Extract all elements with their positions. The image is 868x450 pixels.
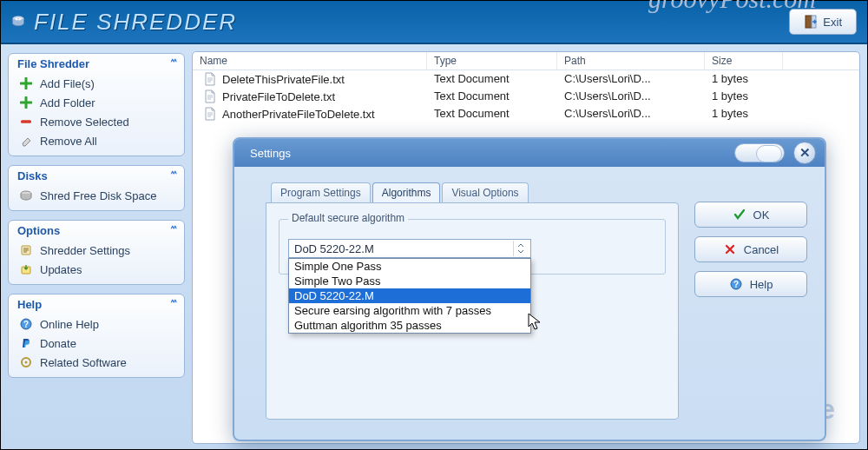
sidebar-item-add-folder[interactable]: Add Folder [14,93,179,112]
minus-icon [19,115,33,129]
cell-type: Text Document [427,71,557,87]
panel-title: File Shredder [17,57,89,70]
brand: FILE SHREDDER [11,9,237,36]
sidebar-item-label: Shred Free Disk Space [40,189,156,202]
help-label: Help [750,278,773,291]
cancel-button[interactable]: Cancel [694,236,807,262]
collapse-icon[interactable]: ˄˄ [158,299,175,310]
close-icon[interactable]: ✕ [793,142,816,164]
sidebar-item-label: Updates [40,263,82,276]
settings-button-column: OK Cancel ? Help [694,182,807,420]
col-header-name[interactable]: Name [193,52,427,69]
eraser-icon [19,134,33,148]
x-icon [723,242,737,256]
col-header-size[interactable]: Size [705,52,783,69]
tab-algorithms[interactable]: Algorithms [372,182,441,202]
tab-program-settings[interactable]: Program Settings [271,182,371,202]
svg-rect-5 [21,120,31,123]
settings-titlebar[interactable]: Settings ✕ [234,139,825,167]
panel-title: Options [17,224,60,237]
plus-icon [19,96,33,109]
help-button[interactable]: ? Help [694,271,807,297]
settings-title: Settings [250,147,291,160]
plus-icon [19,76,33,90]
tab-visual-options[interactable]: Visual Options [442,182,528,202]
col-header-type[interactable]: Type [427,52,557,69]
tab-page-algorithms: Default secure algorithm DoD 5220-22.M S… [266,202,679,420]
sidebar-item-label: Shredder Settings [40,244,130,257]
disk-icon [19,189,33,202]
panel-title: Help [17,298,42,311]
sidebar-item-donate[interactable]: Donate [14,334,179,353]
cell-name: DeleteThisPrivateFile.txt [222,73,345,86]
svg-point-12 [25,361,28,364]
document-icon [203,89,217,103]
combobox-option[interactable]: Guttman algorithm 35 passes [289,318,530,333]
sidebar-item-add-files[interactable]: Add File(s) [14,74,179,93]
sidebar-item-label: Remove Selected [40,116,129,129]
algorithm-combobox[interactable]: DoD 5220-22.M Simple One PassSimple Two … [288,239,656,258]
combobox-option[interactable]: DoD 5220-22.M [289,288,530,303]
sidebar-item-label: Online Help [40,318,99,331]
cancel-label: Cancel [744,243,779,256]
paypal-icon [19,336,33,350]
panel-disks: Disks ˄˄ Shred Free Disk Space [8,165,185,211]
cell-path: C:\Users\Lori\D... [557,89,705,104]
sidebar-item-label: Add Folder [40,96,95,109]
file-list-header: Name Type Path Size [193,52,859,70]
table-row[interactable]: AnotherPrivateFileToDelete.txtText Docum… [193,105,859,122]
sidebar-item-remove-selected[interactable]: Remove Selected [14,112,179,131]
document-icon [203,107,217,121]
combobox-option[interactable]: Simple Two Pass [289,274,530,288]
collapse-icon[interactable]: ˄˄ [158,58,175,69]
hdd-icon [11,15,25,29]
spinner-icon[interactable] [513,241,527,256]
svg-rect-3 [806,16,812,28]
sidebar-item-related-software[interactable]: Related Software [14,353,179,372]
panel-options: Options ˄˄ Shredder Settings Updates [8,220,185,285]
cell-type: Text Document [427,106,557,122]
help-icon: ? [19,317,33,331]
exit-button[interactable]: Exit [789,9,857,35]
help-icon: ? [729,277,743,291]
cell-size: 1 bytes [705,89,783,104]
ok-label: OK [753,208,770,222]
table-row[interactable]: PrivateFileToDelete.txtText DocumentC:\U… [193,88,859,105]
collapse-icon[interactable]: ˄˄ [158,170,175,182]
svg-text:?: ? [23,320,29,329]
cell-name: AnotherPrivateFileToDelete.txt [222,108,375,121]
sidebar-item-label: Related Software [40,356,127,369]
update-icon [19,262,33,276]
svg-point-2 [17,18,18,19]
related-icon [19,355,33,369]
col-header-path[interactable]: Path [557,52,705,69]
combobox-dropdown: Simple One PassSimple Two PassDoD 5220-2… [288,258,531,334]
sidebar-item-online-help[interactable]: ? Online Help [14,314,179,334]
cell-path: C:\Users\Lori\D... [557,106,705,122]
check-icon [733,208,746,222]
settings-dialog: Settings ✕ Program Settings Algorithms V… [233,137,826,441]
collapse-icon[interactable]: ˄˄ [158,225,175,236]
combobox-option[interactable]: Secure earsing algorithm with 7 passes [289,303,530,318]
sidebar-item-remove-all[interactable]: Remove All [14,131,179,150]
sidebar-item-shred-free-space[interactable]: Shred Free Disk Space [14,186,179,205]
sidebar-item-updates[interactable]: Updates [14,260,179,279]
panel-file-shredder: File Shredder ˄˄ Add File(s) Add Folder … [8,53,185,156]
combobox-option[interactable]: Simple One Pass [289,259,530,274]
group-label: Default secure algorithm [288,212,408,224]
combobox-selected: DoD 5220-22.M [294,242,374,255]
exit-label: Exit [823,16,842,29]
app-title: FILE SHREDDER [34,9,237,36]
cell-path: C:\Users\Lori\D... [557,71,705,87]
table-row[interactable]: DeleteThisPrivateFile.txtText DocumentC:… [193,70,859,88]
titlebar-toggle[interactable] [734,143,785,162]
cell-type: Text Document [427,89,557,104]
ok-button[interactable]: OK [694,202,807,228]
sidebar: File Shredder ˄˄ Add File(s) Add Folder … [1,44,192,450]
svg-text:?: ? [733,280,739,289]
cell-size: 1 bytes [705,106,783,122]
sidebar-item-shredder-settings[interactable]: Shredder Settings [14,241,179,260]
settings-icon [19,243,33,257]
app-header: FILE SHREDDER Exit groovyPost.com [1,1,867,44]
panel-help: Help ˄˄ ? Online Help Donate Related Sof… [8,294,185,378]
